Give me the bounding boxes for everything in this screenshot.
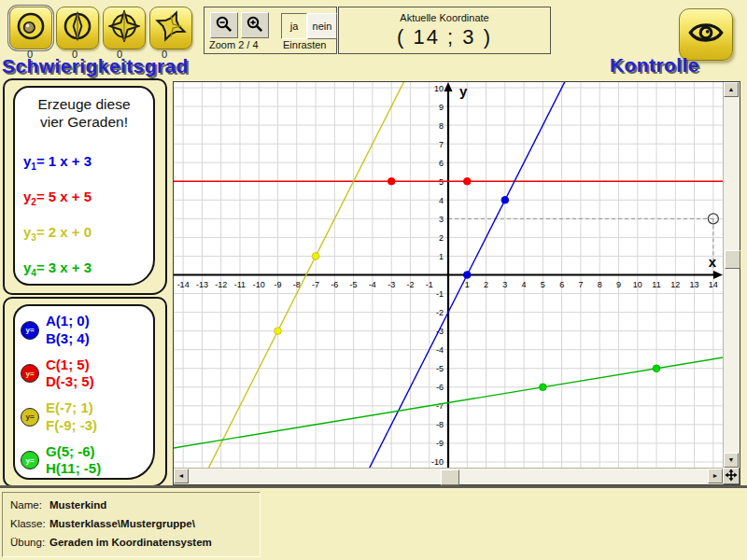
svg-text:-9: -9 [275, 280, 282, 289]
eye-icon [688, 15, 724, 54]
svg-text:14: 14 [709, 280, 718, 289]
graph-canvas[interactable]: xy-14-13-12-11-10-9-8-7-6-5-4-3-2-112345… [174, 82, 723, 468]
svg-text:4: 4 [439, 196, 444, 205]
point-group-blue: y= A(1; 0) B(3; 4) [21, 313, 153, 348]
equation-4: y4= 3 x + 3 [23, 259, 153, 278]
svg-text:12: 12 [670, 280, 680, 289]
pan-button[interactable] [723, 468, 740, 484]
point-group-red: y= C(1; 5) D(-3; 5) [21, 357, 153, 392]
svg-text:3: 3 [439, 215, 444, 224]
data-point[interactable] [501, 197, 509, 204]
svg-text:1: 1 [439, 252, 444, 261]
svg-text:3: 3 [502, 280, 507, 289]
svg-text:-1: -1 [436, 289, 444, 299]
svg-text:9: 9 [439, 103, 444, 112]
svg-text:-6: -6 [436, 383, 444, 392]
x-axis-label: x [709, 254, 717, 270]
difficulty-buttons [9, 7, 192, 49]
svg-text:-3: -3 [388, 280, 395, 289]
svg-text:5: 5 [541, 280, 545, 289]
svg-text:-9: -9 [436, 439, 444, 448]
svg-text:-2: -2 [436, 308, 444, 317]
svg-text:-10: -10 [431, 457, 444, 467]
zoom-out-button[interactable] [210, 12, 238, 38]
coordinate-box: Aktuelle Koordinate ( 14 ; 3 ) [338, 7, 551, 54]
points-panel-frame: y= A(1; 0) B(3; 4) y= C(1; 5) D(-3; 5) y… [3, 297, 167, 487]
svg-text:1: 1 [465, 280, 470, 289]
data-point[interactable] [388, 177, 395, 185]
point-label: B(3; 4) [46, 330, 90, 348]
horizontal-scroll-thumb[interactable] [441, 469, 459, 485]
vertical-scrollbar[interactable]: ▲ ▼ [723, 82, 740, 468]
snap-yes-button[interactable]: ja [281, 13, 307, 39]
point-group-yellow: y= E(-7; 1) F(-9; -3) [21, 399, 153, 435]
y-axis-label: y [459, 83, 468, 99]
data-point[interactable] [275, 328, 282, 335]
horizontal-scrollbar[interactable]: ◄ ► [174, 468, 723, 484]
data-point[interactable] [312, 253, 319, 260]
line-badge-blue[interactable]: y= [21, 321, 39, 340]
difficulty-button-3[interactable] [103, 7, 146, 49]
burst-icon [155, 10, 187, 46]
coordinate-value: ( 14 ; 3 ) [339, 25, 550, 49]
svg-text:7: 7 [439, 140, 444, 149]
scroll-right-button[interactable]: ► [708, 469, 723, 483]
snap-no-button[interactable]: nein [307, 13, 337, 39]
svg-text:-5: -5 [350, 280, 358, 289]
point-label: G(5; -6) [46, 443, 101, 461]
y-axis-arrow [444, 82, 453, 91]
line-badge-yellow[interactable]: y= [21, 408, 39, 427]
svg-text:-11: -11 [234, 280, 246, 289]
difficulty-title: Schwierigkeitsgrad [2, 55, 189, 77]
svg-text:-8: -8 [436, 420, 444, 429]
line-badge-red[interactable]: y= [21, 364, 39, 383]
svg-text:4: 4 [522, 280, 527, 289]
svg-text:-4: -4 [369, 280, 376, 289]
scroll-up-button[interactable]: ▲ [724, 82, 739, 97]
control-button[interactable] [679, 8, 733, 61]
point-label: E(-7; 1) [46, 399, 97, 417]
data-point[interactable] [653, 365, 660, 372]
equation-3: y3= 2 x + 0 [23, 224, 153, 243]
svg-text:8: 8 [598, 280, 602, 289]
svg-text:-10: -10 [253, 280, 265, 289]
zoom-snap-groupbox: Zoom 2 / 4 ja nein Einrasten [204, 7, 337, 54]
sphere-icon [15, 10, 47, 46]
svg-text:2: 2 [484, 280, 488, 289]
class-row: Klasse:Musterklasse\Mustergruppe\ [10, 518, 252, 529]
move-cross-icon [725, 469, 738, 483]
zoom-in-button[interactable] [241, 12, 269, 38]
svg-text:-4: -4 [436, 345, 444, 355]
data-point[interactable] [540, 384, 547, 391]
bottom-separator [0, 485, 747, 489]
data-point[interactable] [463, 177, 471, 185]
name-row: Name:Musterkind [10, 499, 252, 511]
vertical-scroll-thumb[interactable] [725, 250, 740, 269]
line-badge-green[interactable]: y= [21, 451, 39, 469]
difficulty-button-2[interactable] [56, 7, 99, 49]
point-label: D(-3; 5) [46, 373, 94, 391]
exercise-row: Übung:Geraden im Koordinatensystem [10, 537, 252, 548]
scroll-down-button[interactable]: ▼ [724, 453, 739, 468]
points-panel: y= A(1; 0) B(3; 4) y= C(1; 5) D(-3; 5) y… [13, 304, 155, 480]
scroll-left-button[interactable]: ◄ [174, 469, 189, 483]
task-panel-frame: Erzeuge diese vier Geraden! y1= 1 x + 3 … [3, 78, 167, 295]
equation-list: y1= 1 x + 3 y2= 5 x + 5 y3= 2 x + 0 y4= … [15, 131, 153, 278]
graph-container: xy-14-13-12-11-10-9-8-7-6-5-4-3-2-112345… [173, 81, 740, 485]
svg-text:10: 10 [633, 280, 642, 289]
svg-text:-12: -12 [215, 280, 227, 289]
difficulty-button-1[interactable] [9, 7, 52, 49]
svg-text:10: 10 [434, 84, 444, 93]
magnifier-minus-icon [215, 15, 233, 35]
svg-text:13: 13 [690, 280, 699, 289]
equation-2: y2= 5 x + 5 [23, 189, 153, 207]
task-panel: Erzeuge diese vier Geraden! y1= 1 x + 3 … [13, 86, 155, 286]
svg-text:-5: -5 [436, 364, 444, 373]
svg-text:-6: -6 [331, 280, 338, 289]
difficulty-button-4[interactable] [149, 7, 192, 49]
session-info-panel: Name:Musterkind Klasse:Musterklasse\Must… [2, 492, 261, 557]
svg-text:2: 2 [439, 233, 444, 243]
zoom-status-label: Zoom 2 / 4 [209, 39, 259, 50]
data-point[interactable] [463, 272, 471, 279]
x-axis-arrow [713, 271, 723, 279]
